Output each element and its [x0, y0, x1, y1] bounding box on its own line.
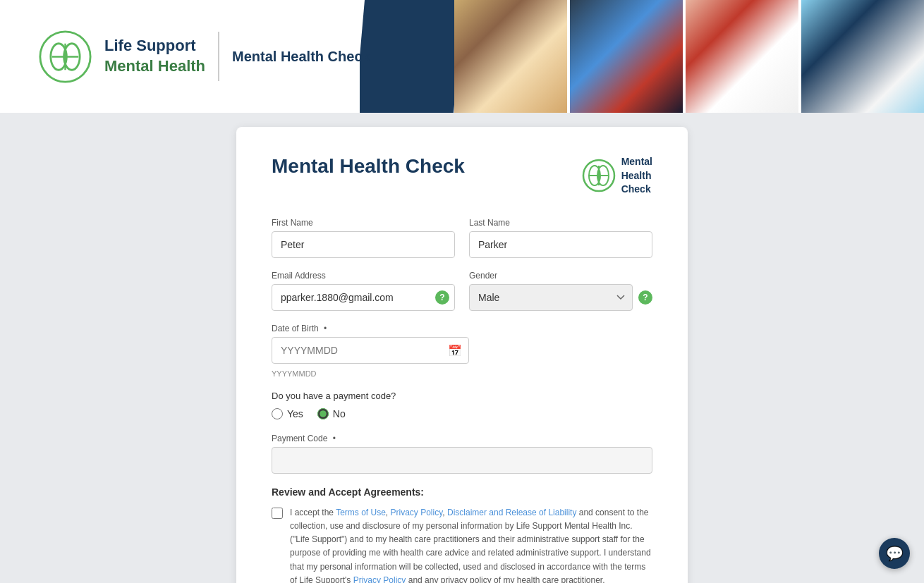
privacy-link[interactable]: Privacy Policy [391, 508, 443, 517]
form-logo: MentalHealthCheck [582, 155, 652, 197]
form-logo-text: MentalHealthCheck [621, 155, 652, 197]
dob-row: Date of Birth • 📅 YYYYMMDD [272, 324, 652, 378]
form-title: Mental Health Check [272, 155, 465, 178]
payment-yes-radio[interactable] [272, 408, 283, 419]
logo-icon [39, 30, 92, 83]
payment-no-text: No [333, 408, 346, 419]
email-gender-row: Email Address ? Gender Male Female Other… [272, 271, 652, 311]
email-input-wrapper: ? [272, 284, 455, 311]
gender-label: Gender [469, 271, 652, 281]
payment-question-label: Do you have a payment code? [272, 391, 652, 401]
header: Life SupportMental Health Mental Health … [0, 0, 924, 113]
agreement-checkbox[interactable] [272, 508, 283, 519]
terms-link[interactable]: Terms of Use [336, 508, 386, 517]
last-name-input[interactable] [469, 231, 652, 258]
payment-yes-label[interactable]: Yes [272, 408, 303, 419]
photo-couple [686, 0, 798, 113]
first-name-input[interactable] [272, 231, 455, 258]
dob-input-container: 📅 [272, 337, 469, 364]
photo-family [801, 0, 924, 113]
payment-no-radio[interactable] [317, 408, 329, 419]
last-name-group: Last Name [469, 218, 652, 258]
gender-select[interactable]: Male Female Other Prefer not to say [469, 284, 633, 311]
last-name-label: Last Name [469, 218, 652, 228]
first-name-group: First Name [272, 218, 455, 258]
photo-group [570, 0, 683, 113]
form-header: Mental Health Check MentalHealthCheck [272, 155, 652, 197]
gender-group: Gender Male Female Other Prefer not to s… [469, 271, 652, 311]
logo-divider [218, 32, 219, 81]
payment-radio-group: Yes No [272, 408, 652, 419]
dob-input[interactable] [272, 337, 469, 364]
agreements-title: Review and Accept Agreements: [272, 486, 652, 498]
dob-hint: YYYYMMDD [272, 369, 469, 378]
first-name-label: First Name [272, 218, 455, 228]
name-row: First Name Last Name [272, 218, 652, 258]
header-photo-collage [360, 0, 924, 113]
photo-block-navy [360, 0, 463, 113]
payment-question-section: Do you have a payment code? Yes No [272, 391, 652, 419]
payment-code-input[interactable] [272, 447, 652, 474]
email-input[interactable] [272, 284, 455, 311]
agreement-text: I accept the Terms of Use, Privacy Polic… [290, 506, 652, 583]
form-card: Mental Health Check MentalHealthCheck Fi… [236, 127, 688, 583]
agreements-section: Review and Accept Agreements: I accept t… [272, 486, 652, 583]
payment-no-label[interactable]: No [317, 408, 346, 419]
agreement-row: I accept the Terms of Use, Privacy Polic… [272, 506, 652, 583]
form-logo-icon [582, 159, 616, 192]
email-label: Email Address [272, 271, 455, 281]
chat-icon: 💬 [886, 545, 904, 562]
tagline: Mental Health Check [232, 47, 370, 66]
disclaimer-link[interactable]: Disclaimer and Release of Liability [447, 508, 576, 517]
logo-area: Life SupportMental Health Mental Health … [0, 30, 370, 83]
payment-yes-text: Yes [287, 408, 303, 419]
email-group: Email Address ? [272, 271, 455, 311]
gender-help-icon[interactable]: ? [638, 290, 652, 305]
chat-widget[interactable]: 💬 [879, 538, 910, 569]
brand-name: Life SupportMental Health [104, 36, 205, 76]
photo-dog [454, 0, 567, 113]
gender-select-wrapper: Male Female Other Prefer not to say ? [469, 284, 652, 311]
privacy-link-2[interactable]: Privacy Policy [353, 575, 406, 583]
payment-code-row: Payment Code • [272, 434, 652, 474]
payment-code-group: Payment Code • [272, 434, 652, 474]
main-content: Mental Health Check MentalHealthCheck Fi… [0, 113, 924, 583]
dob-group: Date of Birth • 📅 YYYYMMDD [272, 324, 469, 378]
payment-code-label: Payment Code • [272, 434, 652, 443]
email-help-icon[interactable]: ? [435, 290, 449, 305]
calendar-icon[interactable]: 📅 [448, 343, 462, 357]
dob-label: Date of Birth • [272, 324, 469, 333]
